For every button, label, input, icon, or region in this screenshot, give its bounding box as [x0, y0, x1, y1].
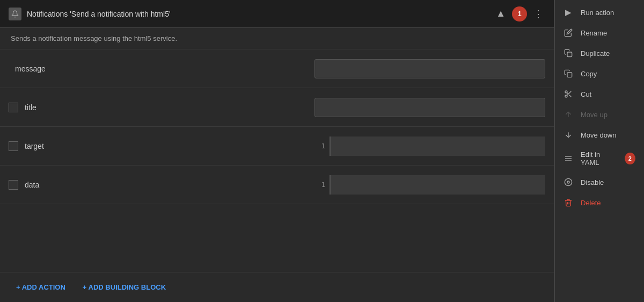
- main-panel: Notifications 'Send a notification with …: [0, 0, 554, 302]
- fields-container: message title target 1: [0, 49, 554, 272]
- header-title: Notifications 'Send a notification with …: [27, 10, 494, 18]
- menu-item-rename[interactable]: Rename: [555, 23, 644, 43]
- svg-rect-1: [567, 73, 572, 77]
- svg-point-2: [565, 91, 567, 93]
- run-action-label: Run action: [581, 9, 614, 17]
- add-building-block-button[interactable]: + ADD BUILDING BLOCK: [77, 280, 171, 294]
- field-row-target: target 1: [0, 127, 554, 166]
- target-checkbox[interactable]: [9, 141, 18, 151]
- badge-1[interactable]: 1: [512, 6, 527, 21]
- field-right-data: 1: [306, 166, 554, 204]
- field-row-data: data 1: [0, 166, 554, 204]
- field-label-data: data: [25, 181, 39, 189]
- disable-icon: [564, 177, 573, 187]
- title-checkbox[interactable]: [9, 103, 18, 112]
- rename-icon: [564, 28, 573, 38]
- message-input[interactable]: [314, 59, 545, 78]
- title-input[interactable]: [314, 98, 545, 117]
- duplicate-icon: [564, 48, 573, 58]
- field-left-title: title: [0, 88, 306, 126]
- menu-item-move-down[interactable]: Move down: [555, 125, 644, 145]
- field-left-data: data: [0, 166, 306, 204]
- menu-item-move-up[interactable]: Move up: [555, 104, 644, 125]
- field-right-title: [306, 88, 554, 126]
- disable-label: Disable: [581, 178, 604, 186]
- menu-item-cut[interactable]: Cut: [555, 84, 644, 104]
- field-left-message: message: [0, 49, 306, 88]
- header: Notifications 'Send a notification with …: [0, 0, 554, 28]
- collapse-button[interactable]: ▲: [494, 6, 508, 21]
- copy-icon: [564, 69, 573, 78]
- description-bar: Sends a notification message using the h…: [0, 28, 554, 49]
- edit-yaml-label: Edit in YAML: [581, 150, 617, 167]
- target-input[interactable]: [330, 136, 545, 156]
- move-up-icon: [564, 110, 573, 119]
- menu-item-run-action[interactable]: ▶ Run action: [555, 2, 644, 23]
- menu-item-edit-yaml[interactable]: Edit in YAML 2: [555, 145, 644, 172]
- description-text: Sends a notification message using the h…: [11, 34, 177, 42]
- field-label-target: target: [25, 142, 44, 150]
- field-label-title: title: [25, 103, 36, 112]
- header-actions: ▲ 1 ⋮: [494, 6, 545, 22]
- svg-point-3: [565, 95, 567, 97]
- field-right-message: [306, 49, 554, 88]
- menu-item-duplicate[interactable]: Duplicate: [555, 43, 644, 63]
- context-menu: ▶ Run action Rename Duplicate Copy: [554, 0, 644, 302]
- field-right-target: 1: [306, 127, 554, 165]
- move-down-icon: [564, 130, 573, 140]
- field-row-title: title: [0, 88, 554, 127]
- menu-item-delete[interactable]: Delete: [555, 192, 644, 213]
- svg-line-5: [569, 95, 572, 97]
- field-row-message: message: [0, 49, 554, 88]
- cut-label: Cut: [581, 90, 591, 98]
- notification-icon: [9, 8, 21, 20]
- svg-point-13: [567, 181, 569, 183]
- field-label-message: message: [15, 64, 46, 73]
- rename-label: Rename: [581, 29, 607, 37]
- target-line-number: 1: [314, 142, 325, 150]
- more-options-button[interactable]: ⋮: [531, 6, 545, 22]
- menu-item-disable[interactable]: Disable: [555, 172, 644, 192]
- data-checkbox[interactable]: [9, 180, 18, 190]
- duplicate-label: Duplicate: [581, 49, 610, 57]
- cut-icon: [564, 89, 573, 99]
- field-left-target: target: [0, 127, 306, 165]
- data-input[interactable]: [330, 175, 545, 195]
- delete-icon: [564, 198, 573, 207]
- footer: + ADD ACTION + ADD BUILDING BLOCK: [0, 272, 554, 302]
- svg-rect-0: [567, 52, 572, 57]
- run-action-icon: ▶: [564, 8, 573, 17]
- badge-2: 2: [625, 153, 635, 164]
- add-action-button[interactable]: + ADD ACTION: [11, 280, 71, 294]
- delete-label: Delete: [581, 199, 601, 207]
- copy-label: Copy: [581, 70, 597, 78]
- move-up-label: Move up: [581, 111, 608, 119]
- svg-point-12: [565, 178, 572, 185]
- svg-line-6: [567, 92, 568, 94]
- move-down-label: Move down: [581, 131, 616, 139]
- menu-item-copy[interactable]: Copy: [555, 63, 644, 84]
- data-line-number: 1: [314, 181, 325, 189]
- edit-yaml-icon: [564, 154, 573, 163]
